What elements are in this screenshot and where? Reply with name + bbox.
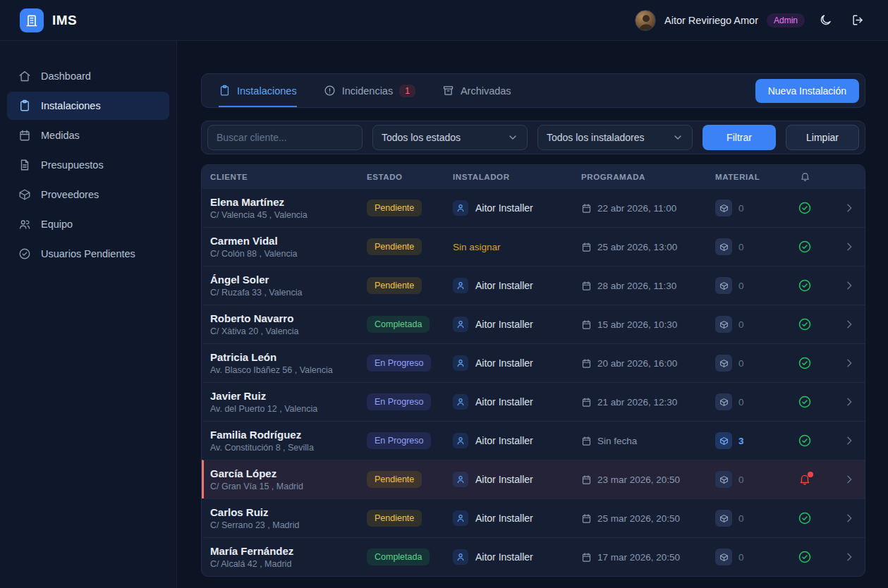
material-cell: 0 — [715, 200, 787, 216]
search-input[interactable] — [207, 125, 363, 150]
package-icon — [715, 316, 732, 333]
avatar[interactable] — [635, 10, 656, 31]
client-address: C/ Colón 88 , Valencia — [210, 249, 367, 259]
row-open-cell — [822, 474, 855, 485]
tab-instalaciones[interactable]: Instalaciones — [219, 74, 297, 107]
status-badge: Pendiente — [367, 277, 422, 294]
installer-name: Aitor Installer — [475, 280, 533, 291]
calendar-icon — [581, 474, 592, 485]
chevron-right-icon[interactable] — [844, 435, 855, 446]
status-badge: En Progreso — [367, 355, 431, 372]
installer-filter-select[interactable]: Todos los instaladores — [537, 125, 693, 150]
table-row[interactable]: Roberto Navarro C/ Xàtiva 20 , Valencia … — [202, 305, 865, 343]
check-circle-icon — [798, 511, 812, 525]
alert-circle-icon — [324, 85, 336, 97]
table-body: Elena Martínez C/ Valencia 45 , Valencia… — [202, 188, 865, 576]
status-badge: Completada — [367, 549, 430, 565]
installer-cell: Aitor Installer — [453, 510, 581, 526]
status-cell: Pendiente — [367, 200, 453, 216]
client-address: C/ Gran Vía 15 , Madrid — [210, 482, 367, 491]
filter-button[interactable]: Filtrar — [703, 125, 776, 150]
chevron-right-icon[interactable] — [844, 319, 855, 330]
client-name: Patricia León — [210, 351, 367, 363]
table-row[interactable]: Carlos Ruiz C/ Serrano 23 , Madrid Pendi… — [202, 498, 865, 537]
logout-button[interactable] — [846, 8, 870, 32]
sidebar-item-dashboard[interactable]: Dashboard — [7, 62, 169, 90]
sidebar-item-medidas[interactable]: Medidas — [7, 121, 169, 149]
package-icon — [715, 355, 732, 372]
tab-incidencias[interactable]: Incidencias 1 — [324, 74, 415, 107]
material-count: 0 — [738, 319, 744, 330]
material-cell: 0 — [715, 471, 787, 488]
table-row[interactable]: María Fernández C/ Alcalá 42 , Madrid Co… — [202, 537, 865, 576]
dark-mode-toggle[interactable] — [813, 8, 837, 32]
package-icon — [715, 393, 732, 410]
chevron-right-icon[interactable] — [844, 241, 855, 252]
status-cell: Pendiente — [367, 510, 453, 527]
table-row[interactable]: Ángel Soler C/ Ruzafa 33 , Valencia Pend… — [202, 266, 865, 305]
chevron-right-icon[interactable] — [844, 357, 855, 369]
schedule-date: 20 abr 2026, 16:00 — [597, 358, 677, 369]
sidebar-item-equipo[interactable]: Equipo — [7, 210, 169, 238]
sidebar-item-label: Presupuestos — [41, 159, 104, 171]
moon-icon — [819, 13, 832, 27]
schedule-cell: 15 abr 2026, 10:30 — [581, 319, 715, 330]
schedule-date: 15 abr 2026, 10:30 — [597, 319, 677, 330]
table-row[interactable]: García López C/ Gran Vía 15 , Madrid Pen… — [202, 460, 865, 498]
chevron-right-icon[interactable] — [844, 202, 855, 214]
chevron-right-icon[interactable] — [844, 474, 855, 485]
notification-cell — [787, 240, 822, 254]
material-count: 3 — [738, 436, 744, 446]
package-icon — [715, 200, 732, 216]
client-name: Javier Ruiz — [210, 390, 367, 402]
sidebar-item-label: Equipo — [41, 219, 73, 230]
sidebar-item-instalaciones[interactable]: Instalaciones — [7, 92, 169, 120]
client-address: C/ Xàtiva 20 , Valencia — [210, 326, 367, 336]
notification-cell — [787, 201, 822, 215]
chevron-right-icon[interactable] — [844, 396, 855, 408]
installer-cell: Aitor Installer — [453, 549, 581, 565]
new-installation-button[interactable]: Nueva Instalación — [755, 79, 859, 103]
user-icon — [453, 433, 468, 448]
column-header-material: MATERIAL — [715, 173, 787, 181]
client-name: Familia Rodríguez — [210, 429, 367, 441]
row-open-cell — [822, 435, 855, 446]
installer-filter-value: Todos los instaladores — [547, 132, 645, 143]
chevron-right-icon[interactable] — [844, 513, 855, 524]
schedule-cell: 23 mar 2026, 20:50 — [581, 474, 715, 485]
chevron-right-icon[interactable] — [844, 280, 855, 291]
client-address: Av. Constitución 8 , Sevilla — [210, 443, 367, 453]
incidencias-count-badge: 1 — [399, 85, 415, 97]
sidebar-item-proveedores[interactable]: Proveedores — [7, 180, 169, 209]
schedule-cell: 20 abr 2026, 16:00 — [581, 358, 715, 369]
material-cell: 0 — [715, 316, 787, 333]
table-row[interactable]: Familia Rodríguez Av. Constitución 8 , S… — [202, 421, 865, 460]
client-cell: Elena Martínez C/ Valencia 45 , Valencia — [210, 196, 367, 220]
home-icon — [18, 70, 31, 82]
client-address: C/ Alcalá 42 , Madrid — [210, 559, 367, 569]
installer-cell: Sin asignar — [453, 242, 581, 252]
table-row[interactable]: Javier Ruiz Av. del Puerto 12 , Valencia… — [202, 382, 865, 421]
tab-label: Archivadas — [461, 85, 511, 97]
status-cell: Pendiente — [367, 238, 453, 255]
table-row[interactable]: Elena Martínez C/ Valencia 45 , Valencia… — [202, 188, 865, 227]
chevron-right-icon[interactable] — [844, 551, 855, 563]
material-cell: 0 — [715, 549, 787, 565]
client-name: Roberto Navarro — [210, 312, 367, 324]
table-row[interactable]: Patricia León Av. Blasco Ibáñez 56 , Val… — [202, 343, 865, 382]
row-open-cell — [822, 513, 855, 524]
sidebar-item-presupuestos[interactable]: Presupuestos — [7, 151, 169, 179]
package-icon — [715, 549, 732, 565]
sidebar-item-usuarios-pendientes[interactable]: Usuarios Pendientes — [7, 240, 169, 268]
calendar-icon — [581, 203, 592, 214]
calendar-icon — [581, 552, 592, 563]
clear-button[interactable]: Limpiar — [786, 125, 859, 150]
user-icon — [453, 510, 468, 526]
row-open-cell — [822, 319, 855, 330]
building-icon — [20, 8, 44, 32]
table-row[interactable]: Carmen Vidal C/ Colón 88 , Valencia Pend… — [202, 227, 865, 266]
tab-archivadas[interactable]: Archivadas — [442, 74, 511, 107]
schedule-date: 25 mar 2026, 20:50 — [597, 513, 680, 524]
status-filter-select[interactable]: Todos los estados — [372, 125, 528, 150]
row-open-cell — [822, 280, 855, 291]
